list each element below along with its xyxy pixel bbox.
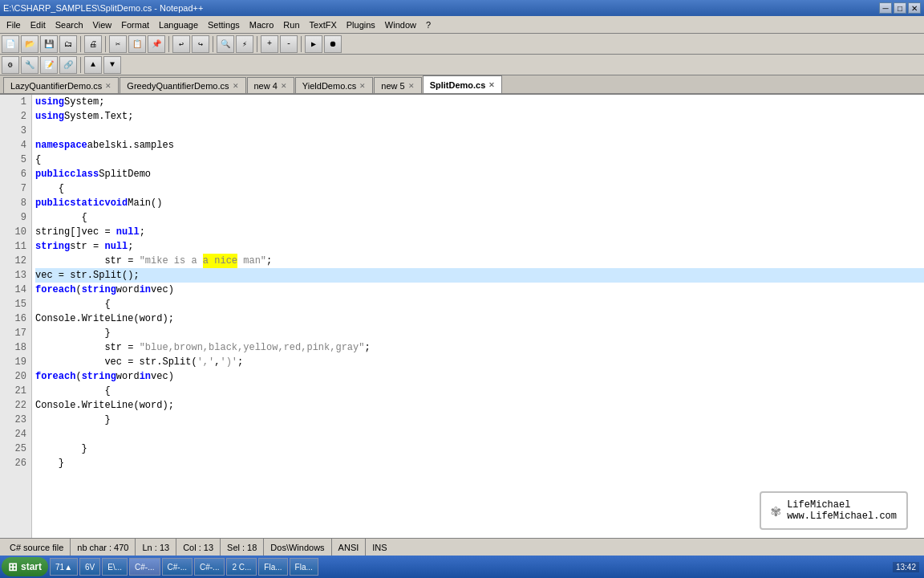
menu-item-language[interactable]: Language <box>154 18 203 31</box>
taskbar-item-6[interactable]: 2 C... <box>226 558 257 576</box>
open-button[interactable]: 📂 <box>21 35 38 53</box>
menu-item-run[interactable]: Run <box>278 18 304 31</box>
code-line-24[interactable] <box>35 427 924 442</box>
menu-item-search[interactable]: Search <box>51 18 88 31</box>
logo-icon: ✾ <box>771 501 780 521</box>
status-encoding: ANSI <box>332 539 367 556</box>
taskbar-item-0[interactable]: 71▲ <box>50 558 78 576</box>
toolbar2-btn6[interactable]: ▼ <box>103 56 121 74</box>
tab-close-4[interactable]: ✕ <box>408 82 415 90</box>
start-button[interactable]: ⊞ start <box>2 557 48 576</box>
tab-1[interactable]: GreedyQuantifierDemo.cs✕ <box>120 77 245 93</box>
paste-button[interactable]: 📌 <box>148 35 165 53</box>
new-button[interactable]: 📄 <box>2 35 19 53</box>
code-line-9[interactable]: { <box>35 210 924 225</box>
taskbar-item-7[interactable]: Fla... <box>258 558 287 576</box>
code-line-17[interactable]: } <box>35 326 924 340</box>
code-line-26[interactable]: } <box>35 456 924 470</box>
minimize-button[interactable]: ─ <box>879 2 892 14</box>
code-line-15[interactable]: { <box>35 297 924 311</box>
code-line-10[interactable]: string[] vec = null; <box>35 225 924 239</box>
code-line-11[interactable]: string str = null; <box>35 239 924 254</box>
line-num-13: 13 <box>0 268 31 283</box>
line-num-3: 3 <box>0 124 31 138</box>
menu-item-format[interactable]: Format <box>116 18 154 31</box>
menu-item-plugins[interactable]: Plugins <box>342 18 380 31</box>
status-lineending: Dos\Windows <box>264 539 331 556</box>
zoom-out-button[interactable]: - <box>280 35 298 53</box>
tab-close-0[interactable]: ✕ <box>105 82 111 90</box>
line-num-14: 14 <box>0 283 31 297</box>
close-button[interactable]: ✕ <box>908 2 921 14</box>
toolbar2-btn1[interactable]: ⚙ <box>2 56 19 74</box>
line-num-18: 18 <box>0 340 31 355</box>
taskbar-item-4[interactable]: C#-... <box>162 558 192 576</box>
cut-button[interactable]: ✂ <box>109 35 127 53</box>
code-line-5[interactable]: { <box>35 153 924 167</box>
code-line-13[interactable]: vec = str.Split(); <box>35 268 924 283</box>
toolbar2-btn5[interactable]: ▲ <box>84 56 102 74</box>
save-button[interactable]: 💾 <box>40 35 58 53</box>
tab-3[interactable]: YieldDemo.cs✕ <box>295 77 373 93</box>
toolbar2-btn3[interactable]: 📝 <box>40 56 58 74</box>
line-num-26: 26 <box>0 456 31 470</box>
line-numbers: 1234567891011121314151617181920212223242… <box>0 95 32 544</box>
code-line-18[interactable]: str = "blue,brown,black,yellow,red,pink,… <box>35 340 924 355</box>
toolbar2-btn4[interactable]: 🔗 <box>59 56 77 74</box>
code-line-23[interactable]: } <box>35 413 924 427</box>
copy-button[interactable]: 📋 <box>128 35 146 53</box>
line-num-12: 12 <box>0 254 31 268</box>
tab-close-1[interactable]: ✕ <box>233 82 239 90</box>
undo-button[interactable]: ↩ <box>172 35 190 53</box>
code-line-20[interactable]: foreach(string word in vec) <box>35 369 924 384</box>
code-line-25[interactable]: } <box>35 442 924 456</box>
line-num-5: 5 <box>0 153 31 167</box>
replace-button[interactable]: ⚡ <box>236 35 253 53</box>
code-line-19[interactable]: vec = str.Split(',',')'; <box>35 355 924 369</box>
menu-item-macro[interactable]: Macro <box>245 18 279 31</box>
code-line-7[interactable]: { <box>35 181 924 196</box>
toolbar2-btn2[interactable]: 🔧 <box>21 56 38 74</box>
taskbar-item-8[interactable]: Fla... <box>290 558 318 576</box>
line-num-11: 11 <box>0 239 31 254</box>
tab-close-5[interactable]: ✕ <box>488 81 495 89</box>
taskbar-item-5[interactable]: C#-... <box>194 558 225 576</box>
code-line-2[interactable]: using System.Text; <box>35 109 924 124</box>
menu-item-view[interactable]: View <box>88 18 117 31</box>
code-line-6[interactable]: public class SplitDemo <box>35 167 924 181</box>
menu-item-settings[interactable]: Settings <box>203 18 245 31</box>
code-line-22[interactable]: Console.WriteLine(word); <box>35 398 924 413</box>
tab-5[interactable]: SplitDemo.cs✕ <box>423 75 503 93</box>
code-line-8[interactable]: public static void Main() <box>35 196 924 210</box>
redo-button[interactable]: ↪ <box>192 35 209 53</box>
menu-item-file[interactable]: File <box>2 18 26 31</box>
code-line-3[interactable] <box>35 124 924 138</box>
run-button[interactable]: ▶ <box>305 35 322 53</box>
taskbar-item-1[interactable]: 6V <box>79 558 100 576</box>
tab-2[interactable]: new 4✕ <box>247 77 294 93</box>
find-button[interactable]: 🔍 <box>217 35 234 53</box>
menu-item-window[interactable]: Window <box>380 18 421 31</box>
tab-close-2[interactable]: ✕ <box>281 82 287 90</box>
status-col: Col : 13 <box>176 539 221 556</box>
maximize-button[interactable]: □ <box>894 2 906 14</box>
code-line-16[interactable]: Console.WriteLine(word); <box>35 311 924 326</box>
menu-item-edit[interactable]: Edit <box>26 18 51 31</box>
code-line-14[interactable]: foreach(string word in vec) <box>35 283 924 297</box>
code-line-1[interactable]: using System; <box>35 95 924 109</box>
code-area[interactable]: using System;using System.Text; namespac… <box>32 95 924 544</box>
taskbar-item-3[interactable]: C#-... <box>129 558 160 576</box>
code-line-21[interactable]: { <box>35 384 924 398</box>
tab-4[interactable]: new 5✕ <box>374 77 421 93</box>
zoom-in-button[interactable]: + <box>261 35 278 53</box>
menu-item-textfx[interactable]: TextFX <box>305 18 342 31</box>
taskbar-item-2[interactable]: E\... <box>102 558 128 576</box>
tab-0[interactable]: LazyQuantifierDemo.cs✕ <box>3 77 119 93</box>
menu-item-[interactable]: ? <box>421 18 436 31</box>
macro-record-button[interactable]: ⏺ <box>324 35 342 53</box>
code-line-12[interactable]: str = "mike is a a nice man"; <box>35 254 924 268</box>
tab-close-3[interactable]: ✕ <box>359 82 366 90</box>
print-button[interactable]: 🖨 <box>84 35 102 53</box>
code-line-4[interactable]: namespace abelski.samples <box>35 138 924 153</box>
save-all-button[interactable]: 🗂 <box>59 35 77 53</box>
